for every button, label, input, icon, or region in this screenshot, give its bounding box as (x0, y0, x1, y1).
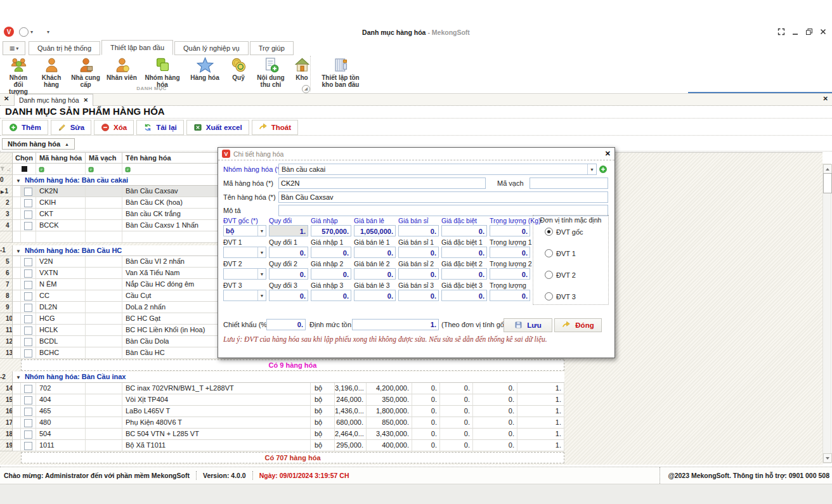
ribbon-tab-2[interactable]: Thiết lập ban đầu (101, 40, 173, 55)
cell-select[interactable] (21, 336, 36, 347)
unit-price-input[interactable]: 0. (398, 268, 439, 280)
cell-select[interactable] (21, 302, 36, 313)
grid-vertical-scrollbar[interactable] (822, 164, 831, 463)
filter-mode-icon[interactable] (88, 165, 94, 175)
row-checkbox[interactable] (24, 269, 32, 278)
filter-cell-2[interactable] (86, 164, 122, 175)
unit-price-input[interactable]: 0. (354, 268, 396, 280)
row-checkbox[interactable] (24, 222, 32, 230)
row-checkbox[interactable] (24, 281, 32, 289)
unit-price-input[interactable]: 0. (441, 247, 487, 258)
cell-unit[interactable]: bộ (311, 383, 335, 394)
cell-num-4[interactable]: 0. (440, 394, 473, 406)
cell-num-4[interactable]: 0. (440, 429, 473, 440)
cell-barcode[interactable] (86, 313, 122, 325)
cell-num-1[interactable]: 295,000. (335, 440, 367, 451)
cell-num-1[interactable]: 680,000. (335, 417, 367, 429)
cell-num-1[interactable]: 3,196,0... (335, 383, 367, 394)
unit-price-input[interactable]: 0. (490, 247, 530, 258)
cell-num-3[interactable]: 0. (412, 383, 440, 394)
cell-barcode[interactable] (86, 209, 122, 220)
cell-select[interactable] (21, 186, 36, 197)
ribbon-item-nha-cung-cap[interactable]: Nhà cung cấp (68, 55, 103, 89)
cell-num-2[interactable]: 4,200,000. (367, 383, 412, 394)
cell-code[interactable]: CKT (36, 209, 86, 220)
cell-num-6[interactable]: 1. (517, 440, 564, 451)
unit-price-input[interactable]: 570,000. (311, 225, 351, 236)
cell-barcode[interactable] (86, 429, 122, 440)
unit-price-input[interactable]: 1. (269, 225, 308, 236)
row-checkbox[interactable] (24, 408, 32, 416)
unit-price-input[interactable]: 0. (269, 268, 308, 280)
cell-code[interactable]: 465 (36, 406, 86, 417)
unit-price-input[interactable]: 0. (311, 268, 351, 280)
ribbon-item-kho[interactable]: Kho (290, 55, 313, 82)
cell-barcode[interactable] (86, 268, 122, 279)
barcode-input[interactable] (530, 178, 608, 189)
cell-num-6[interactable]: 1. (517, 417, 564, 429)
unit-select-1[interactable]: ▼ (223, 247, 266, 258)
unit-price-input[interactable]: 0. (269, 290, 308, 301)
cell-select[interactable] (21, 440, 36, 451)
row-checkbox[interactable] (24, 419, 32, 427)
filter-cell-1[interactable] (36, 164, 86, 175)
cell-num-2[interactable]: 350,000. (367, 394, 412, 406)
unit-price-input[interactable]: 1,050,000. (354, 225, 396, 236)
filter-mode-icon[interactable] (39, 165, 45, 175)
add-group-button[interactable] (599, 165, 608, 174)
cell-code[interactable]: 480 (36, 417, 86, 429)
ribbon-tab-4[interactable]: Trợ giúp (250, 41, 294, 55)
cell-code[interactable]: BCDL (36, 336, 86, 347)
row-checkbox[interactable] (24, 349, 32, 358)
unit-price-input[interactable]: 0. (441, 290, 487, 301)
row-checkbox[interactable] (24, 326, 32, 335)
unit-price-input[interactable]: 0. (490, 225, 530, 236)
cell-num-4[interactable]: 0. (440, 406, 473, 417)
row-checkbox[interactable] (24, 210, 32, 219)
cell-barcode[interactable] (86, 347, 122, 359)
cell-code[interactable]: VXTN (36, 268, 86, 279)
column-header-1[interactable]: Chọn (13, 153, 36, 164)
product-name-input[interactable] (278, 191, 608, 203)
unit-select-2[interactable]: ▼ (223, 268, 266, 280)
cell-num-5[interactable]: 0. (473, 440, 517, 451)
fullscreen-button[interactable] (777, 28, 785, 36)
row-checkbox[interactable] (24, 396, 32, 404)
cell-barcode[interactable] (86, 394, 122, 406)
cell-code[interactable]: 702 (36, 383, 86, 394)
cell-unit[interactable]: bộ (311, 417, 335, 429)
cell-code[interactable]: HCLK (36, 325, 86, 336)
cell-select[interactable] (21, 197, 36, 209)
unit-price-input[interactable]: 0. (398, 225, 439, 236)
row-checkbox[interactable] (24, 338, 32, 346)
discount-input[interactable] (266, 319, 306, 330)
radio-đvt-3[interactable]: ĐVT 3 (545, 292, 576, 300)
cell-select[interactable] (21, 406, 36, 417)
cell-unit[interactable]: bộ (311, 406, 335, 417)
scroll-down-button[interactable] (823, 453, 832, 463)
add-button[interactable]: Thêm (2, 120, 48, 135)
ribbon-tab-1[interactable]: Quản trị hệ thống (29, 41, 100, 55)
ribbon-tab-3[interactable]: Quản lý nghiệp vụ (174, 41, 249, 55)
cell-barcode[interactable] (86, 220, 122, 231)
cell-code[interactable]: CK2N (36, 186, 86, 197)
cell-num-4[interactable]: 0. (440, 440, 473, 451)
cell-select[interactable] (21, 325, 36, 336)
filter-cell-select[interactable] (13, 164, 36, 175)
radio-đvt-1[interactable]: ĐVT 1 (545, 249, 576, 257)
close-all-tabs-icon[interactable]: ✕ (4, 95, 9, 102)
cell-barcode[interactable] (86, 186, 122, 197)
cell-name[interactable]: Bộ Xã T1011 (122, 440, 311, 451)
collapse-icon[interactable]: ▼ (16, 375, 21, 380)
unit-price-input[interactable]: 0. (490, 268, 530, 280)
exit-button[interactable]: Thoát (252, 120, 298, 135)
cell-num-4[interactable]: 0. (440, 417, 473, 429)
cell-name[interactable]: LaBo L465V T (122, 406, 311, 417)
scrollbar-thumb[interactable] (823, 173, 832, 193)
cell-code[interactable]: HCG (36, 313, 86, 325)
cell-barcode[interactable] (86, 279, 122, 290)
cell-name[interactable]: BC 504 VTN + L285 VT (122, 429, 311, 440)
ribbon-item-khach-hang[interactable]: Khách hàng (36, 55, 67, 89)
unit-price-input[interactable]: 0. (398, 290, 439, 301)
row-checkbox[interactable] (24, 442, 32, 450)
